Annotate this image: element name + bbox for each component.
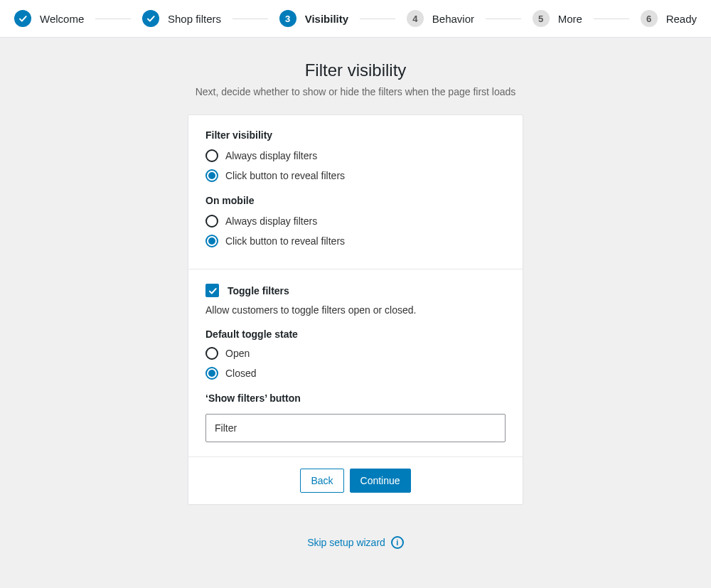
step-visibility[interactable]: 3 Visibility [279,10,348,27]
check-icon [14,10,31,27]
group-heading-on-mobile: On mobile [205,195,506,206]
info-icon[interactable]: i [391,536,404,549]
step-number-badge: 3 [279,10,296,27]
step-label: Ready [666,13,697,25]
group-heading-filter-visibility: Filter visibility [205,129,506,141]
radio-label: Click button to reveal filters [225,235,345,247]
stepper: Welcome Shop filters 3 Visibility 4 Beha… [0,0,711,38]
skip-row: Skip setup wizard i [307,536,404,549]
radio-icon [205,367,218,380]
group-heading-default-state: Default toggle state [205,328,506,340]
step-label: Shop filters [168,13,221,25]
radio-icon [205,235,218,247]
step-number-badge: 5 [533,10,550,27]
step-number-badge: 6 [641,10,658,27]
checkbox-label: Toggle filters [228,285,289,296]
check-icon [142,10,159,27]
radio-label: Closed [225,368,257,379]
step-behavior[interactable]: 4 Behavior [407,10,474,27]
step-label: Visibility [305,13,348,25]
step-number-badge: 4 [407,10,424,27]
skip-setup-link[interactable]: Skip setup wizard [307,537,385,548]
show-filters-button-input[interactable] [205,414,506,442]
step-ready[interactable]: 6 Ready [641,10,697,27]
step-label: Behavior [432,13,474,25]
step-label: Welcome [40,13,84,25]
radio-default-open[interactable]: Open [205,347,506,360]
radio-always-display[interactable]: Always display filters [205,149,506,162]
continue-button[interactable]: Continue [350,469,411,493]
page-title: Filter visibility [305,60,407,80]
back-button[interactable]: Back [300,469,343,493]
step-more[interactable]: 5 More [533,10,582,27]
radio-label: Always display filters [225,150,317,161]
radio-icon [205,215,218,228]
radio-label: Click button to reveal filters [225,170,345,181]
toggle-description: Allow customers to toggle filters open o… [205,304,506,316]
step-separator [232,18,268,19]
check-icon [205,284,219,297]
settings-card: Filter visibility Always display filters… [188,114,523,505]
radio-icon [205,149,218,162]
step-shop-filters[interactable]: Shop filters [142,10,221,27]
radio-default-closed[interactable]: Closed [205,367,506,380]
radio-label: Open [225,348,250,359]
section-filter-visibility: Filter visibility Always display filters… [188,115,523,269]
radio-mobile-click-reveal[interactable]: Click button to reveal filters [205,235,506,247]
radio-icon [205,347,218,360]
step-separator [594,18,629,19]
step-label: More [558,13,582,25]
checkbox-toggle-filters[interactable]: Toggle filters [205,284,506,297]
radio-click-reveal[interactable]: Click button to reveal filters [205,169,506,182]
page: Filter visibility Next, decide whether t… [0,38,711,549]
page-subtitle: Next, decide whether to show or hide the… [196,86,516,97]
group-heading-show-button: ‘Show filters’ button [205,392,506,404]
section-toggle-filters: Toggle filters Allow customers to toggle… [188,269,523,456]
radio-icon [205,169,218,182]
card-footer: Back Continue [188,456,523,504]
step-separator [486,18,521,19]
radio-label: Always display filters [225,215,317,227]
step-welcome[interactable]: Welcome [14,10,84,27]
radio-mobile-always-display[interactable]: Always display filters [205,215,506,228]
step-separator [95,18,131,19]
step-separator [360,18,395,19]
